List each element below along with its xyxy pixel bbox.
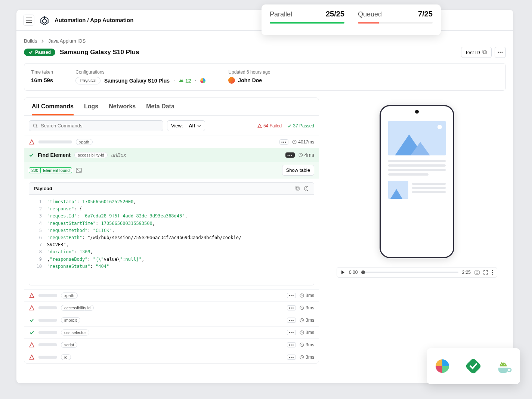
breadcrumb-root[interactable]: Builds xyxy=(24,38,37,44)
command-tag: css selector xyxy=(61,330,89,335)
configurations-label: Configurations xyxy=(75,69,206,75)
row-actions[interactable]: ••• xyxy=(287,330,296,335)
check-icon xyxy=(287,124,291,128)
svg-rect-9 xyxy=(76,168,81,173)
build-summary: Time taken 16m 59s Configurations Physic… xyxy=(24,63,506,91)
duration: 3ms xyxy=(300,305,314,310)
camera-icon[interactable] xyxy=(474,270,480,275)
skeleton xyxy=(38,306,57,309)
image-icon[interactable] xyxy=(76,167,82,173)
updated-label: Updated 6 hours ago xyxy=(228,69,270,75)
svg-point-4 xyxy=(502,52,503,53)
video-player[interactable]: 0:00 2:25 xyxy=(337,267,497,278)
warning-icon xyxy=(29,342,35,347)
command-row[interactable]: script•••3ms xyxy=(24,338,319,351)
command-row[interactable]: accessibility id•••3ms xyxy=(24,301,319,314)
check-icon xyxy=(29,318,35,323)
device-preview xyxy=(380,105,454,258)
skeleton xyxy=(38,331,57,334)
duration: 4017ms xyxy=(292,139,314,145)
user-name: John Doe xyxy=(238,77,262,83)
duration: 3ms xyxy=(300,355,314,360)
tab-meta-data[interactable]: Meta Data xyxy=(146,103,174,115)
svg-rect-0 xyxy=(483,51,486,54)
svg-point-22 xyxy=(492,272,493,273)
command-row[interactable]: implicit•••3ms xyxy=(24,314,319,326)
warning-icon xyxy=(29,355,35,360)
status-badge: Passed xyxy=(24,49,55,56)
svg-point-3 xyxy=(500,52,501,53)
clock-icon xyxy=(292,140,297,144)
search-input[interactable] xyxy=(41,123,159,129)
row-actions[interactable]: ••• xyxy=(287,293,296,298)
breadcrumb: Builds Java Appium iOS xyxy=(24,38,506,44)
tab-networks[interactable]: Networks xyxy=(109,103,136,115)
config-chip: Physical xyxy=(75,77,100,84)
player-total-time: 2:25 xyxy=(462,270,471,275)
row-actions[interactable]: ••• xyxy=(287,355,296,360)
svg-point-6 xyxy=(33,124,36,127)
more-actions-button[interactable] xyxy=(495,47,506,58)
show-table-button[interactable]: Show table xyxy=(282,165,314,176)
svg-point-25 xyxy=(501,364,502,365)
stat-queued-label: Queued xyxy=(358,10,382,18)
avatar xyxy=(228,77,235,84)
command-row-expanded: Find Element accessibility-id urlBox •••… xyxy=(24,148,319,285)
check-icon xyxy=(29,152,34,158)
command-row[interactable]: id•••3ms xyxy=(24,351,319,363)
dots-vertical-icon[interactable] xyxy=(492,270,493,275)
stat-parallel-label: Parallel xyxy=(270,10,292,18)
svg-rect-1 xyxy=(483,50,486,53)
chevron-down-icon xyxy=(197,125,201,127)
seek-slider[interactable] xyxy=(361,272,458,273)
row-actions[interactable]: ••• xyxy=(287,342,296,347)
row-actions[interactable]: ••• xyxy=(279,139,289,145)
skeleton xyxy=(38,356,57,359)
hamburger-menu[interactable] xyxy=(23,15,34,26)
view-filter-button[interactable]: View: All xyxy=(167,120,205,131)
fullscreen-icon[interactable] xyxy=(483,270,488,275)
command-tag: accessibility-id xyxy=(74,152,108,158)
command-row[interactable]: css selector•••3ms xyxy=(24,326,319,338)
android-mug-icon xyxy=(496,358,513,374)
command-param: urlBox xyxy=(111,152,126,158)
check-icon xyxy=(29,330,35,335)
parallel-stats-card: Parallel25/25 Queued7/25 xyxy=(262,4,441,35)
play-icon[interactable] xyxy=(341,270,345,275)
warning-icon xyxy=(29,139,34,145)
duration: 4ms xyxy=(299,152,314,158)
test-id-button[interactable]: Test ID xyxy=(461,47,492,58)
row-actions[interactable]: ••• xyxy=(287,305,296,310)
tab-bar: All Commands Logs Networks Meta Data xyxy=(24,98,319,116)
clock-icon xyxy=(299,153,303,157)
command-row[interactable]: xpath ••• 4017ms xyxy=(24,136,319,148)
payload-code: 1"timestamp": 1705665601625252000,2 "res… xyxy=(29,195,314,285)
tab-all-commands[interactable]: All Commands xyxy=(32,103,74,115)
dots-horizontal-icon xyxy=(498,52,503,53)
os-badge: 12 xyxy=(179,78,191,84)
skeleton xyxy=(38,343,57,346)
search-input-wrapper[interactable] xyxy=(29,120,163,131)
placeholder-image-icon xyxy=(388,121,446,155)
svg-point-20 xyxy=(476,272,478,273)
tab-logs[interactable]: Logs xyxy=(84,103,98,115)
payload-label: Payload xyxy=(34,186,52,191)
warning-icon xyxy=(29,293,35,298)
header-breadcrumb: Automation / App Automation xyxy=(55,17,133,23)
row-actions[interactable]: ••• xyxy=(285,152,295,158)
search-icon xyxy=(33,123,38,129)
build-title: Samsung Galaxy S10 Plus xyxy=(60,49,139,56)
svg-point-10 xyxy=(77,169,78,170)
row-actions[interactable]: ••• xyxy=(287,318,296,323)
chevron-right-icon xyxy=(41,39,44,43)
command-tag: script xyxy=(61,342,77,348)
warning-icon xyxy=(29,305,35,310)
svg-point-23 xyxy=(492,274,493,275)
theme-icon[interactable] xyxy=(304,186,309,191)
command-row[interactable]: xpath•••3ms xyxy=(24,289,319,301)
stat-parallel-value: 25/25 xyxy=(326,10,344,18)
multicolor-circle-icon xyxy=(434,358,451,374)
browser-color-icon xyxy=(200,78,206,84)
placeholder-image-icon xyxy=(388,181,408,199)
copy-icon[interactable] xyxy=(295,186,300,191)
